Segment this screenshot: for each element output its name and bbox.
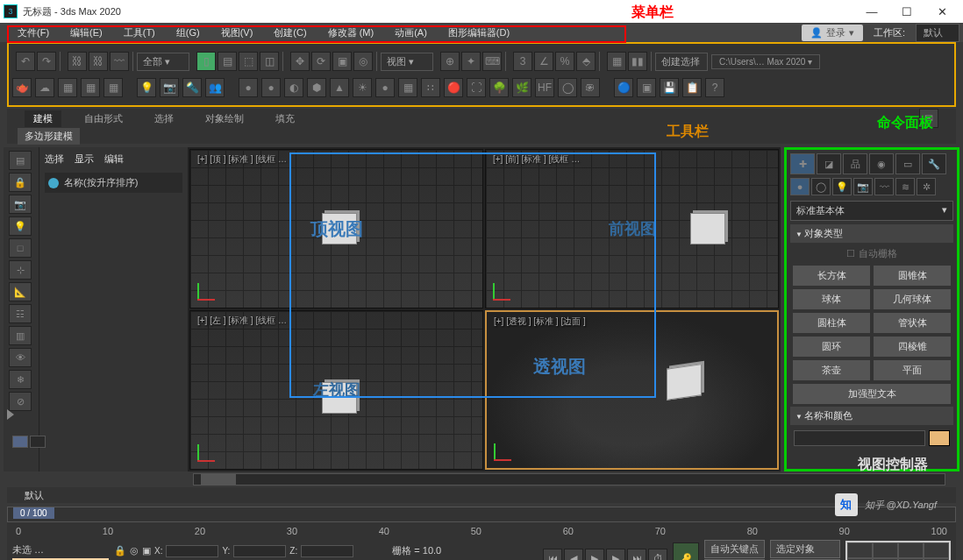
named-selection-dropdown[interactable]: 创建选择 [655, 53, 708, 71]
sun-icon[interactable]: ☀ [353, 78, 372, 97]
viewport-left[interactable]: [+] [左 ] [标准 ] [线框 … 左视图 [189, 310, 483, 470]
maximize-button[interactable]: ☐ [889, 1, 924, 22]
cone-icon[interactable]: ▲ [330, 78, 349, 97]
coord-y-input[interactable] [233, 545, 286, 557]
goto-end-button[interactable]: ⏭ [627, 549, 646, 560]
timeline-track[interactable]: 0 / 100 [7, 507, 956, 522]
cmd-tab-create[interactable]: ✚ [790, 153, 815, 174]
ref-coord-dropdown[interactable]: 视图 ▾ [381, 53, 433, 71]
auto-key-button[interactable]: 自动关键点 [704, 540, 765, 558]
select-object-button[interactable]: ▯ [196, 52, 216, 71]
ribbon-tab-freeform[interactable]: 自由形式 [75, 110, 132, 127]
cmd-sub-helpers[interactable]: 〰 [874, 178, 894, 195]
zoom-all-icon[interactable] [873, 542, 898, 558]
zoom-extents-icon[interactable] [898, 542, 924, 558]
mirror-button[interactable]: ▮▮ [628, 52, 647, 71]
menu-animation[interactable]: 动画(A) [384, 23, 438, 42]
material-3-icon[interactable]: ◐ [284, 78, 303, 97]
material-4-icon[interactable]: ⬢ [307, 78, 326, 97]
biped-icon[interactable]: 👥 [205, 78, 225, 97]
obj-textplus-button[interactable]: 加强型文本 [792, 383, 952, 405]
scene-hscroll[interactable] [193, 473, 945, 486]
viewport-top-label[interactable]: [+] [顶 ] [标准 ] [线框 … [197, 153, 287, 166]
rotate-button[interactable]: ⟳ [311, 52, 331, 71]
render-setup-button[interactable]: ▦ [58, 78, 77, 97]
next-frame-button[interactable]: ▶ [606, 549, 625, 560]
teapot-icon[interactable]: 🫖 [12, 78, 32, 97]
manipulate-button[interactable]: ✦ [461, 52, 481, 71]
viewport-left-label[interactable]: [+] [左 ] [标准 ] [线框 … [197, 315, 287, 327]
ribbon-tab-modeling[interactable]: 建模 [25, 110, 61, 127]
select-by-name-button[interactable]: ▤ [218, 52, 237, 71]
save-icon[interactable]: 💾 [660, 78, 679, 97]
prev-frame-button[interactable]: ◀ [564, 549, 583, 560]
rollout-name-color[interactable]: 名称和颜色 [790, 407, 953, 425]
zoom-icon[interactable] [847, 542, 873, 558]
hf-icon[interactable]: HF [535, 78, 554, 97]
menu-tools[interactable]: 工具(T) [113, 23, 166, 42]
menu-group[interactable]: 组(G) [166, 23, 210, 42]
cmd-tab-utilities[interactable]: 🔧 [922, 153, 946, 174]
obj-pyramid-button[interactable]: 四棱锥 [873, 336, 952, 358]
coord-z-input[interactable] [301, 545, 353, 557]
viewport-persp-label[interactable]: [+] [透视 ] [标准 ] [边面 ] [494, 315, 586, 328]
viewport-nav-controls[interactable] [845, 541, 951, 560]
cmd-sub-systems[interactable]: ✲ [917, 178, 936, 195]
select-rect-button[interactable]: ⬚ [239, 52, 258, 71]
menu-create[interactable]: 创建(C) [263, 23, 317, 42]
time-indicator[interactable]: 0 / 100 [13, 507, 54, 519]
time-ruler[interactable]: 01020 304050 607080 90100 [7, 522, 956, 540]
viewport-layout-picker[interactable] [12, 436, 46, 448]
cloud-icon[interactable]: ☁ [35, 78, 54, 97]
bind-spacewarp-button[interactable]: 〰 [110, 52, 129, 71]
sphere-icon[interactable]: 🔵 [614, 78, 633, 97]
obj-tube-button[interactable]: 管状体 [873, 312, 952, 334]
snap-toggle-button[interactable]: 3 [513, 52, 532, 71]
angle-snap-button[interactable]: ∠ [534, 52, 553, 71]
layer-tool-icon[interactable]: ▥ [9, 326, 32, 345]
subribbon-poly-modeling[interactable]: 多边形建模 [18, 128, 80, 145]
cmd-tab-modify[interactable]: ◪ [817, 153, 841, 174]
menu-file[interactable]: 文件(F) [7, 23, 60, 42]
help-icon[interactable]: ? [705, 78, 724, 97]
sphere-mat-icon[interactable]: ● [375, 78, 395, 97]
obj-geosphere-button[interactable]: 几何球体 [873, 288, 952, 310]
freeze-icon[interactable]: ❄ [9, 370, 32, 389]
workspace-dropdown[interactable]: 默认 [916, 24, 959, 42]
measure-icon[interactable]: 📐 [9, 282, 32, 301]
placement-button[interactable]: ◎ [353, 52, 373, 71]
ribbon-tab-objpaint[interactable]: 对象绘制 [196, 110, 253, 127]
tree-icon[interactable]: 🌳 [489, 78, 509, 97]
scene-tab-edit[interactable]: 编辑 [104, 152, 124, 166]
viewport-perspective[interactable]: [+] [透视 ] [标准 ] [边面 ] 透视图 [485, 310, 779, 470]
object-name-input[interactable] [794, 430, 925, 446]
redo-button[interactable]: ↷ [37, 52, 56, 71]
light-spot-icon[interactable]: 🔦 [182, 78, 202, 97]
selected-filter[interactable]: 选定对象 [770, 540, 840, 558]
viewport-front-label[interactable]: [+] [前] [标准 ] [线框 … [493, 153, 580, 166]
lock-icon[interactable]: 🔒 [9, 173, 32, 192]
noise-icon[interactable]: ∷ [421, 78, 440, 97]
cmd-sub-spacewarps[interactable]: ≋ [895, 178, 915, 195]
menu-modifiers[interactable]: 修改器 (M) [317, 23, 385, 42]
time-config-button[interactable]: ⏱ [648, 549, 667, 560]
coord-x-input[interactable] [166, 545, 218, 557]
name-sort-row[interactable]: 名称(按升序排序) [45, 173, 182, 193]
helper-tool-icon[interactable]: ⊹ [9, 260, 32, 280]
close-button[interactable]: ✕ [924, 1, 959, 22]
display-icon[interactable]: 👁 [9, 348, 32, 367]
lattice-icon[interactable]: ⛶ [467, 78, 486, 97]
ribbon-tab-populate[interactable]: 填充 [267, 110, 303, 127]
scene-tab-display[interactable]: 显示 [75, 152, 94, 166]
grass-icon[interactable]: 🌿 [512, 78, 531, 97]
script-icon[interactable]: 📋 [682, 78, 702, 97]
cmd-sub-geometry[interactable]: ● [790, 178, 810, 195]
render-frame-button[interactable]: ▦ [81, 78, 100, 97]
scroll-indicator-icon[interactable] [7, 409, 14, 420]
spiral-icon[interactable]: ֍ [581, 78, 600, 97]
layer-default[interactable]: 默认 [7, 487, 956, 503]
camera-tool-icon[interactable]: 📷 [9, 195, 32, 214]
cmd-sub-shapes[interactable]: ◯ [811, 178, 831, 195]
pivot-button[interactable]: ⊕ [440, 52, 460, 71]
link-button[interactable]: ⛓ [68, 52, 87, 71]
